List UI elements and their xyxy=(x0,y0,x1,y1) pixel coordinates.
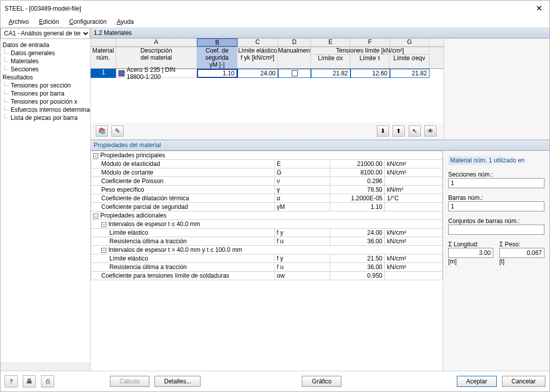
col-letter[interactable]: G xyxy=(390,38,429,47)
accept-button[interactable]: Aceptar xyxy=(457,376,497,387)
tree-item[interactable]: Tensiones por barra xyxy=(2,90,89,98)
prop-value[interactable]: 24.00 xyxy=(330,229,385,237)
prop-value[interactable]: 21000.00 xyxy=(330,160,385,168)
col-letter[interactable]: B xyxy=(197,38,238,47)
cell-fyk[interactable]: 24.00 xyxy=(238,69,278,78)
prop-label: Peso específico xyxy=(91,186,275,194)
prop-value[interactable]: 21.50 xyxy=(330,254,385,263)
excel-export-icon[interactable]: ⬆ xyxy=(392,125,405,137)
export-icon[interactable]: ⎙ xyxy=(41,375,54,387)
menu-archivo[interactable]: Archivo xyxy=(5,17,33,26)
library-icon[interactable]: 📚 xyxy=(96,125,108,137)
scrollbar[interactable] xyxy=(1,363,90,371)
col-letter[interactable]: F xyxy=(350,38,390,47)
collapse-icon[interactable]: − xyxy=(93,153,98,158)
collapse-icon[interactable]: − xyxy=(101,248,106,253)
col-header: Límite σeqv xyxy=(389,55,429,68)
properties-grid: −Propiedades principales Módulo de elast… xyxy=(91,151,443,371)
group-label: Intervalos de espesor t ≤ 40.0 mm xyxy=(108,221,200,228)
title-bar: STEEL - [003489-model-file] ✕ xyxy=(1,1,549,16)
prop-label: Coeficiente de Poisson xyxy=(91,177,275,186)
col-letter[interactable]: D xyxy=(278,38,311,47)
calculate-button[interactable]: Cálculo xyxy=(110,376,149,387)
window-title: STEEL - [003489-model-file] xyxy=(5,5,533,12)
case-select[interactable]: CA1 - Análisis general de tensio xyxy=(1,28,90,39)
cell-tau[interactable]: 12.60 xyxy=(350,69,390,78)
row-number[interactable]: 1 xyxy=(91,69,116,78)
close-icon[interactable]: ✕ xyxy=(533,4,545,13)
prop-value[interactable]: 36.00 xyxy=(330,263,385,272)
prop-value[interactable]: 78.50 xyxy=(330,186,385,194)
menu-edicion[interactable]: Edición xyxy=(35,17,63,26)
left-panel: CA1 - Análisis general de tensio Datos d… xyxy=(1,28,91,371)
prop-label: Módulo de cortante xyxy=(91,168,275,177)
tree-item[interactable]: Esfuerzos internos determinant xyxy=(2,106,89,114)
col-letter[interactable]: C xyxy=(238,38,278,47)
pick-icon[interactable]: ↖ xyxy=(409,125,421,137)
prop-value[interactable]: 0.950 xyxy=(330,272,385,280)
checkbox-icon[interactable] xyxy=(292,70,298,76)
tree-item[interactable]: Tensiones por posición x xyxy=(2,98,89,106)
tree-item[interactable]: Tensiones por sección xyxy=(2,81,89,90)
tree-item[interactable]: Lista de piezas por barra xyxy=(2,114,89,122)
excel-import-icon[interactable]: ⬇ xyxy=(377,125,389,137)
table-row[interactable]: 1 Acero S 235 | DIN 18800-1:200 1.10 24.… xyxy=(91,69,444,78)
prop-label: Módulo de elasticidad xyxy=(91,160,275,168)
col-letter[interactable]: A xyxy=(116,38,197,47)
length-label: Σ Longitud: xyxy=(448,241,493,248)
prop-label: Coeficiente parcial de seguridad xyxy=(91,203,275,211)
tree-group-results[interactable]: Resultados xyxy=(2,73,89,81)
tree-item[interactable]: Secciones xyxy=(2,65,89,73)
print-icon[interactable]: 🖶 xyxy=(23,375,36,387)
navigation-tree: Datos de entrada Datos generales Materia… xyxy=(1,39,90,363)
sections-field[interactable] xyxy=(448,178,544,188)
edit-icon[interactable]: ✎ xyxy=(111,125,124,137)
cell-manual[interactable] xyxy=(278,69,311,78)
col-letter[interactable]: E xyxy=(311,38,350,47)
properties-title: Propiedades del material xyxy=(91,140,549,151)
cancel-button[interactable]: Cancelar xyxy=(502,376,545,387)
sets-label: Conjuntos de barras núm.: xyxy=(448,217,544,225)
prop-value[interactable]: 1.2000E-05 xyxy=(330,194,385,203)
weight-unit: [t] xyxy=(499,258,504,265)
collapse-icon[interactable]: − xyxy=(93,213,98,219)
menu-config[interactable]: Configuración xyxy=(65,17,110,26)
sets-field[interactable] xyxy=(448,225,544,235)
help-icon[interactable]: ？ xyxy=(5,375,18,387)
grid-toolbar: 📚 ✎ ⬇ ⬆ ↖ 👁 xyxy=(91,122,444,140)
col-header: Coef. de segurida γM [-] xyxy=(197,47,238,68)
prop-label: Coeficiente de dilatación térmica xyxy=(91,194,275,203)
collapse-icon[interactable]: − xyxy=(101,222,106,227)
col-header: Límite τ xyxy=(350,55,390,68)
tree-item[interactable]: Materiales xyxy=(2,57,89,65)
prop-unit: kN/cm² xyxy=(385,160,443,168)
prop-value[interactable]: 36.00 xyxy=(330,237,385,246)
cell-sigmaeqv[interactable]: 21.82 xyxy=(390,69,429,78)
eye-icon[interactable]: 👁 xyxy=(424,125,437,137)
group-label: Propiedades principales xyxy=(100,152,165,159)
prop-value[interactable]: 1.10 xyxy=(330,203,385,211)
bars-field[interactable] xyxy=(448,201,544,211)
prop-value[interactable]: 8100.00 xyxy=(330,168,385,177)
tree-item[interactable]: Datos generales xyxy=(2,49,89,57)
prop-label: Límite elástico xyxy=(91,254,275,263)
graphic-button[interactable]: Gráfico xyxy=(302,376,341,387)
col-header-group: Tensiones límite [kN/cm²] xyxy=(311,47,429,55)
prop-symbol: E xyxy=(274,160,330,168)
cell-sigmax[interactable]: 21.82 xyxy=(311,69,350,78)
tree-group-input[interactable]: Datos de entrada xyxy=(2,41,89,49)
cell-coef[interactable]: 1.10 xyxy=(197,69,238,78)
cell-description[interactable]: Acero S 235 | DIN 18800-1:200 xyxy=(116,69,197,78)
prop-value[interactable]: 0.296 xyxy=(330,177,385,186)
details-button[interactable]: Detalles... xyxy=(154,376,201,387)
menu-bar: Archivo Edición Configuración Ayuda xyxy=(1,16,549,28)
weight-label: Σ Peso: xyxy=(499,241,544,248)
menu-ayuda[interactable]: Ayuda xyxy=(112,17,138,26)
length-unit: [m] xyxy=(448,258,457,265)
weight-field[interactable] xyxy=(499,248,544,258)
material-color-icon xyxy=(119,70,125,76)
sections-label: Secciones núm.: xyxy=(448,171,544,178)
col-header: Límite σx xyxy=(311,55,350,68)
panel-title: 1.2 Materiales xyxy=(91,28,549,38)
length-field[interactable] xyxy=(448,248,493,258)
